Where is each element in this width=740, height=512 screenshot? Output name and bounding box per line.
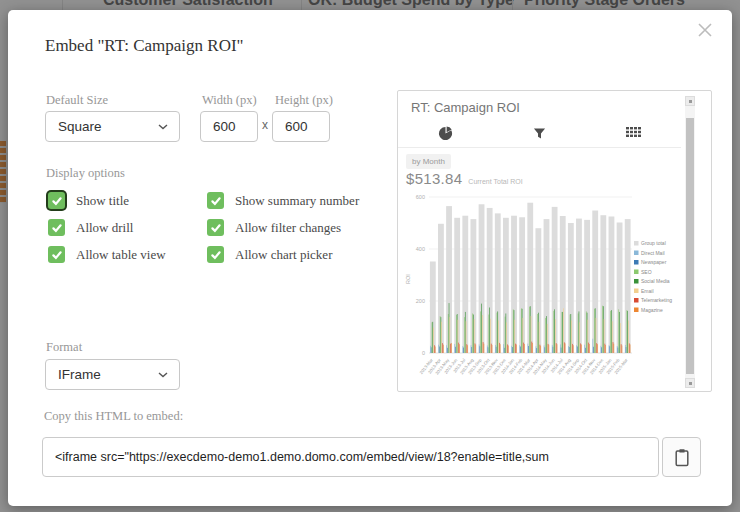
scroll-down-arrow-icon[interactable]	[685, 378, 695, 388]
series-bar	[495, 345, 496, 353]
series-bar	[482, 315, 483, 353]
clipboard-icon	[674, 448, 690, 467]
summary-block: $513.84Current Total ROI	[406, 170, 523, 188]
display-option-row[interactable]: Show summary number	[207, 192, 359, 209]
series-bar	[596, 318, 597, 353]
display-option-row[interactable]: Allow drill	[48, 219, 166, 236]
copy-button[interactable]	[662, 437, 701, 477]
series-bar	[439, 347, 440, 354]
embed-code-input[interactable]	[42, 437, 659, 477]
series-bar	[447, 348, 448, 353]
default-size-select[interactable]: Square	[45, 111, 180, 142]
pie-chart-icon	[438, 126, 453, 141]
series-bar	[622, 345, 623, 353]
series-bar	[481, 304, 482, 353]
series-bar	[520, 347, 521, 354]
table-button[interactable]	[624, 125, 643, 141]
series-bar	[570, 315, 571, 353]
checkbox-checked-icon[interactable]	[48, 192, 65, 209]
series-bar	[484, 344, 485, 353]
series-bar	[563, 308, 564, 353]
display-option-row[interactable]: Allow table view	[48, 246, 166, 263]
series-bar	[552, 345, 553, 353]
series-bar	[578, 313, 579, 353]
series-bar	[601, 347, 602, 353]
display-option-label[interactable]: Allow table view	[76, 247, 166, 263]
series-bar	[562, 312, 563, 353]
series-bar	[595, 308, 596, 353]
preview-toolbar	[398, 122, 681, 144]
checkbox-checked-icon[interactable]	[207, 219, 224, 236]
series-bar	[604, 319, 605, 353]
series-bar	[489, 308, 490, 354]
preview-scrollbar[interactable]	[685, 96, 695, 388]
page-background: { "background": { "top_titles": ["Custom…	[0, 0, 740, 512]
series-bar	[626, 347, 627, 353]
series-bar	[588, 320, 589, 353]
close-button[interactable]	[692, 18, 718, 44]
series-bar	[524, 344, 525, 353]
background-card-title: Priority Stage Orders	[524, 0, 685, 9]
scrollbar-thumb[interactable]	[686, 118, 694, 374]
series-bar	[627, 310, 628, 353]
display-option-label[interactable]: Show summary number	[235, 193, 359, 209]
series-bar	[618, 309, 619, 353]
series-bar	[556, 343, 557, 353]
series-bar	[564, 342, 565, 353]
series-bar	[490, 319, 491, 353]
series-bar	[432, 322, 433, 353]
scroll-up-arrow-icon[interactable]	[685, 96, 695, 106]
width-input[interactable]	[200, 111, 258, 142]
series-bar	[505, 317, 506, 353]
series-bar	[594, 309, 595, 353]
display-option-row[interactable]: Allow filter changes	[207, 219, 359, 236]
series-bar	[596, 343, 597, 353]
series-bar	[522, 309, 523, 353]
series-bar	[514, 310, 515, 353]
format-select[interactable]: IFrame	[45, 359, 180, 390]
series-bar	[497, 313, 498, 353]
series-bar	[503, 344, 504, 353]
display-option-row[interactable]: Allow chart picker	[207, 246, 359, 263]
svg-text:200: 200	[416, 298, 425, 304]
series-bar	[531, 316, 532, 353]
by-month-badge[interactable]: by Month	[406, 154, 451, 169]
series-bar	[601, 346, 602, 353]
chevron-down-icon	[158, 124, 168, 130]
series-bar	[579, 322, 580, 353]
checkbox-checked-icon[interactable]	[207, 246, 224, 263]
series-bar	[619, 312, 620, 353]
checkbox-checked-icon[interactable]	[207, 192, 224, 209]
series-bar	[446, 345, 447, 353]
checkbox-checked-icon[interactable]	[48, 219, 65, 236]
filter-button[interactable]	[531, 125, 548, 142]
height-label: Height (px)	[275, 93, 333, 108]
display-option-label[interactable]: Allow drill	[76, 220, 133, 236]
series-bar	[536, 348, 537, 353]
legend-label: Group total	[641, 240, 666, 246]
checkbox-checked-icon[interactable]	[48, 246, 65, 263]
series-bar	[506, 313, 507, 353]
series-bar	[430, 346, 431, 353]
display-option-label[interactable]: Show title	[76, 193, 129, 209]
series-bar	[580, 343, 581, 353]
format-value: IFrame	[58, 367, 101, 382]
display-option-row[interactable]: Show title	[48, 192, 166, 209]
series-bar	[455, 347, 456, 353]
series-bar	[545, 318, 546, 353]
svg-text:ROI: ROI	[405, 274, 411, 284]
series-bar	[562, 312, 563, 353]
series-bar	[441, 322, 442, 353]
chevron-down-icon	[158, 372, 168, 378]
background-chart-fragment	[0, 141, 6, 203]
series-bar	[467, 345, 468, 353]
series-bar	[483, 342, 484, 353]
series-bar	[545, 347, 546, 353]
series-bar	[589, 344, 590, 353]
series-bar	[554, 309, 555, 353]
display-option-label[interactable]: Allow filter changes	[235, 220, 341, 236]
series-bar	[548, 344, 549, 353]
display-option-label[interactable]: Allow chart picker	[235, 247, 332, 263]
chart-type-button[interactable]	[436, 124, 455, 143]
height-input[interactable]	[272, 111, 330, 142]
